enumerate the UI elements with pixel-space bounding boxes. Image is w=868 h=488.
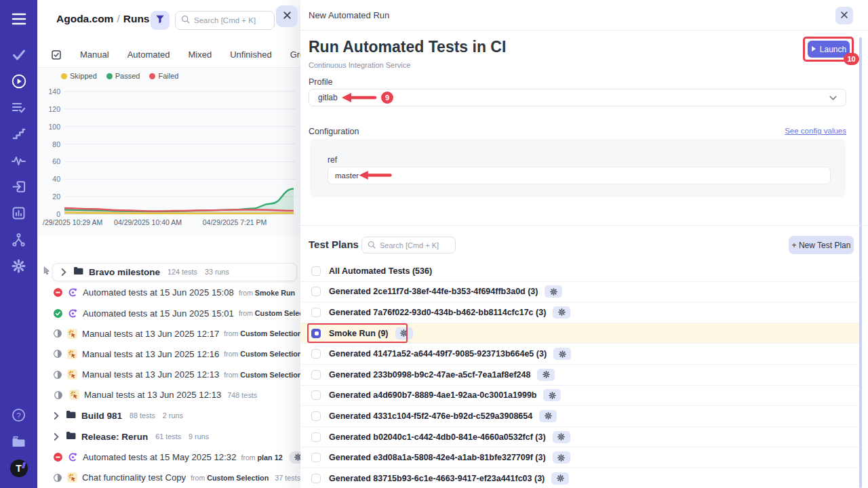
launch-button[interactable]: Launch <box>808 41 850 58</box>
drawer-close-button-right[interactable] <box>835 7 853 24</box>
search-icon <box>368 239 376 251</box>
chevron-right-icon[interactable] <box>54 433 59 441</box>
pulse-icon[interactable] <box>0 147 37 174</box>
drawer-close-button[interactable] <box>276 5 298 27</box>
plan-checkbox[interactable] <box>311 349 321 359</box>
plan-settings-button[interactable] <box>537 369 555 381</box>
folder-icon <box>73 266 83 278</box>
check-icon[interactable] <box>0 41 37 68</box>
close-icon <box>840 9 848 22</box>
run-group-row[interactable]: Build 981 88 tests 2 runs <box>37 405 300 426</box>
run-source: from Custom Selection <box>224 371 300 379</box>
plan-settings-button[interactable] <box>553 451 570 464</box>
tab-mixed[interactable]: Mixed <box>189 49 212 60</box>
plan-checkbox[interactable] <box>311 453 321 462</box>
ref-field-input[interactable] <box>328 167 831 184</box>
filter-button[interactable] <box>151 11 170 30</box>
steps-icon[interactable] <box>0 121 37 147</box>
run-list-item[interactable]: Manual tests at 13 Jun 2025 12:13 from C… <box>37 365 300 385</box>
run-list-item[interactable]: Automated tests at 15 Jun 2025 15:01 fro… <box>37 303 300 323</box>
tab-manual[interactable]: Manual <box>80 49 109 60</box>
new-test-plan-button[interactable]: + New Test Plan <box>789 236 854 254</box>
run-meta: 37 tests <box>275 474 300 482</box>
test-plan-row[interactable]: Generated 83715b93-6c1e-4663-9417-ef23a4… <box>300 468 859 488</box>
plan-label: Generated a4d690b7-8889-4ae1-92aa-0c3001… <box>329 390 536 400</box>
configuration-label: Configuration <box>309 127 359 136</box>
run-type-icon <box>68 390 79 400</box>
app-sidebar: ? T <box>0 0 37 488</box>
plan-settings-button[interactable] <box>553 431 570 443</box>
test-plan-row[interactable]: Generated 7a76f022-93d0-434b-b462-bb8114… <box>300 302 859 323</box>
test-plan-row[interactable]: Generated e3d08a1a-5808-42e4-a1ab-81bfe3… <box>300 447 859 468</box>
drawer-scrollbar[interactable] <box>859 37 862 488</box>
y-axis-tick: 60 <box>37 157 60 165</box>
library-icon[interactable] <box>0 428 37 455</box>
annotation-arrow-profile <box>341 92 376 106</box>
help-icon[interactable]: ? <box>0 402 37 428</box>
tab-unfinished[interactable]: Unfinished <box>230 49 271 60</box>
logo-testomat[interactable]: T <box>0 455 37 481</box>
analytics-icon[interactable] <box>0 200 37 226</box>
plan-checkbox[interactable] <box>311 266 321 276</box>
test-plan-row[interactable]: Generated a4d690b7-8889-4ae1-92aa-0c3001… <box>300 386 859 407</box>
chevron-right-icon[interactable] <box>54 412 59 420</box>
run-status-icon <box>54 474 62 482</box>
test-plan-row[interactable]: Generated 2ce11f7d-38ef-44fe-b353-4f694f… <box>300 282 859 303</box>
see-config-values-link[interactable]: See config values <box>785 127 846 135</box>
plan-settings-button[interactable] <box>543 389 561 401</box>
chevron-right-icon[interactable] <box>61 268 66 276</box>
test-plan-row[interactable]: Generated 233b0998-b9c2-47ae-a5cf-7ea1af… <box>300 365 859 386</box>
test-plan-row[interactable]: Smoke Run (9) <box>300 323 859 344</box>
plan-settings-button[interactable] <box>395 327 413 340</box>
menu-icon[interactable] <box>0 5 37 32</box>
plan-checkbox[interactable] <box>311 390 321 400</box>
run-status-icon <box>54 329 62 338</box>
plan-checkbox[interactable] <box>311 287 321 296</box>
plan-settings-button[interactable] <box>553 306 570 319</box>
chevron-down-icon <box>829 93 837 102</box>
plan-checkbox[interactable] <box>311 474 321 483</box>
run-list-item[interactable]: Manual tests at 13 Jun 2025 12:16 from C… <box>37 344 300 364</box>
run-list-item[interactable]: Automated tests at 15 Jun 2025 15:08 fro… <box>37 283 300 303</box>
run-title: Automated tests at 15 Jun 2025 15:01 <box>83 308 234 319</box>
run-status-icon <box>54 371 62 379</box>
test-plans-search-input[interactable] <box>380 241 450 249</box>
run-list-item[interactable]: Manual tests at 13 Jun 2025 12:13 748 te… <box>37 385 300 405</box>
plan-checkbox[interactable] <box>311 308 321 317</box>
play-circle-icon[interactable] <box>0 68 37 94</box>
plan-settings-button[interactable] <box>551 472 569 485</box>
plan-settings-button[interactable] <box>553 348 571 360</box>
breadcrumb-project[interactable]: Agoda.com <box>56 13 113 24</box>
run-list-item[interactable]: Automated tests at 15 May 2025 12:32 fro… <box>37 447 300 468</box>
tab-automated[interactable]: Automated <box>127 49 170 60</box>
runs-search-input[interactable] <box>194 16 269 24</box>
branch-icon[interactable] <box>0 226 37 253</box>
plan-settings-button[interactable] <box>539 410 557 422</box>
plan-checkbox[interactable] <box>311 329 321 338</box>
run-list-item[interactable]: Chat functinality test Copy from Custom … <box>37 468 300 488</box>
profile-label: Profile <box>309 77 332 87</box>
plan-label: Generated 4331c104-f5f2-476e-b92d-c529a3… <box>329 411 532 421</box>
test-plan-row[interactable]: All Automated Tests (536) <box>300 261 859 282</box>
test-plan-row[interactable]: Generated 4331c104-f5f2-476e-b92d-c529a3… <box>300 406 859 427</box>
select-all-runs-icon[interactable] <box>51 49 62 60</box>
list-check-icon[interactable] <box>0 94 37 121</box>
gear-icon[interactable] <box>0 253 37 279</box>
plan-checkbox[interactable] <box>311 370 321 380</box>
run-list-item[interactable]: Manual tests at 13 Jun 2025 12:17 from C… <box>37 323 300 344</box>
run-group-row[interactable]: Release: Rerun 61 tests 9 runs <box>37 426 300 447</box>
y-axis-tick: 0 <box>37 210 60 218</box>
y-axis-tick: 140 <box>37 87 60 96</box>
test-plan-row[interactable]: Generated 41471a52-a644-49f7-9085-923713… <box>300 344 859 365</box>
annotation-arrow-ref <box>358 170 392 183</box>
test-plan-row[interactable]: Generated b02040c1-c442-4db0-841e-4660a0… <box>300 427 859 448</box>
plan-settings-button[interactable] <box>545 285 562 298</box>
runs-search <box>175 11 275 30</box>
plan-checkbox[interactable] <box>311 432 321 442</box>
plan-checkbox[interactable] <box>311 411 321 421</box>
run-group-row[interactable]: Bravo milestone 124 tests 33 runs <box>37 262 300 283</box>
import-icon[interactable] <box>0 174 37 200</box>
run-settings-badge[interactable]: test <box>289 451 300 464</box>
folder-name: Bravo milestone <box>89 267 160 277</box>
test-plans-search <box>361 237 456 253</box>
